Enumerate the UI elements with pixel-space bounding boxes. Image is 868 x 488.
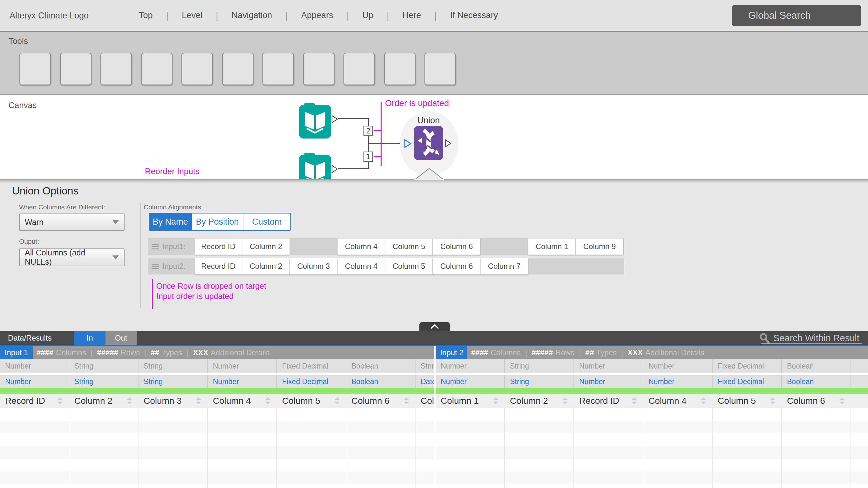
connection-order-badge-1[interactable]: 1 — [364, 152, 373, 162]
sort-icon[interactable] — [126, 396, 133, 405]
column-header[interactable]: Column 3 — [138, 394, 208, 408]
sort-icon[interactable] — [57, 396, 64, 405]
nav-item-appears[interactable]: Appears — [288, 10, 347, 20]
sort-icon[interactable] — [700, 396, 707, 405]
column-chip[interactable]: Column 5 — [385, 238, 433, 255]
column-header[interactable]: Column 5 — [277, 394, 346, 408]
column-chip[interactable]: Column 1 — [528, 238, 576, 255]
column-header[interactable]: Column 4 — [643, 394, 713, 408]
union-tool[interactable] — [414, 126, 443, 160]
column-header[interactable]: Column 6 — [346, 394, 415, 408]
type-select[interactable]: Number — [643, 375, 713, 388]
type-select[interactable]: Boolean — [782, 375, 851, 388]
column-chip[interactable]: Column 5 — [385, 258, 433, 274]
input2-badge[interactable]: Input 2 — [436, 346, 467, 359]
column-header[interactable]: Column 5 — [713, 394, 782, 408]
stat-label: Types — [162, 348, 182, 357]
nav-item-here[interactable]: Here — [389, 10, 435, 20]
alignment-row-input2[interactable]: Input2: Record ID Column 2 Column 3 Colu… — [148, 258, 624, 274]
tool-slot-8[interactable] — [303, 53, 335, 85]
sort-icon[interactable] — [492, 396, 499, 405]
tab-custom[interactable]: Custom — [243, 214, 290, 230]
tool-slot-5[interactable] — [181, 53, 213, 85]
search-within-results[interactable] — [760, 332, 862, 344]
column-header[interactable]: Record ID — [0, 394, 69, 408]
nav-item-navigation[interactable]: Navigation — [218, 10, 286, 20]
output-anchor-icon[interactable] — [331, 165, 338, 173]
global-search-input[interactable]: Global Search — [732, 5, 861, 26]
tool-slot-6[interactable] — [222, 53, 253, 85]
column-chip[interactable]: Column 3 — [290, 258, 337, 274]
type-select[interactable]: Number — [574, 375, 643, 388]
sort-icon[interactable] — [769, 396, 776, 405]
tool-slot-10[interactable] — [384, 53, 415, 85]
sort-icon[interactable] — [838, 396, 845, 405]
input-data-tool-1-icon[interactable] — [299, 103, 331, 139]
column-chip[interactable]: Column 2 — [242, 238, 290, 255]
sort-icon[interactable] — [264, 396, 271, 405]
tool-slot-2[interactable] — [60, 53, 92, 85]
sort-icon[interactable] — [561, 396, 568, 405]
type-select[interactable]: String — [69, 375, 138, 388]
column-chip[interactable]: Column 4 — [337, 258, 385, 274]
search-within-results-input[interactable] — [773, 333, 860, 344]
collapse-panel-button[interactable] — [420, 322, 450, 331]
column-chip[interactable]: Column 9 — [576, 238, 623, 255]
type-select[interactable]: Number — [0, 375, 69, 388]
output-anchor-icon[interactable] — [331, 115, 338, 123]
column-header[interactable]: Column 6 — [782, 394, 851, 408]
type-select[interactable]: Date — [415, 375, 434, 388]
column-chip[interactable]: Record ID — [194, 258, 242, 274]
column-header[interactable]: Column 7 — [415, 394, 434, 408]
nav-item-up[interactable]: Up — [349, 10, 387, 20]
union-output-anchor-icon[interactable] — [445, 139, 452, 147]
type-select[interactable]: Boolean — [346, 375, 415, 388]
tool-slot-3[interactable] — [100, 53, 132, 85]
type-select[interactable]: Fixed Decimal — [713, 375, 782, 388]
output-dropdown[interactable]: All Columns (add NULLs) — [19, 248, 125, 266]
tool-slot-9[interactable] — [343, 53, 375, 85]
column-chip[interactable]: Column 6 — [433, 238, 480, 255]
column-chip[interactable]: Record ID — [194, 238, 242, 255]
nav-item-top[interactable]: Top — [125, 10, 166, 20]
column-chip[interactable]: Column 2 — [242, 258, 290, 274]
union-input-anchor-icon[interactable] — [404, 139, 412, 148]
drag-handle-icon[interactable] — [152, 244, 159, 249]
panel-title: Union Options — [12, 185, 79, 197]
nav-item-level[interactable]: Level — [168, 10, 216, 20]
sort-icon[interactable] — [403, 396, 410, 405]
type-select[interactable]: String — [138, 375, 208, 388]
alignment-row-input1[interactable]: Input1: Record ID Column 2 Column 4 Colu… — [148, 238, 624, 255]
sort-icon[interactable] — [195, 396, 202, 405]
sort-icon[interactable] — [334, 396, 341, 405]
column-header[interactable]: Column 4 — [208, 394, 277, 408]
column-header[interactable]: Record ID — [574, 394, 643, 408]
tab-by-position[interactable]: By Position — [191, 214, 243, 230]
column-header[interactable]: Column 1 — [436, 394, 505, 408]
nav-item-if-necessary[interactable]: If Necessary — [437, 10, 511, 20]
type-select[interactable]: Number — [436, 375, 505, 388]
column-chip[interactable]: Column 6 — [433, 258, 480, 274]
column-chip[interactable]: Column 4 — [337, 238, 385, 255]
connection-order-badge-2[interactable]: 2 — [364, 126, 373, 136]
tab-in[interactable]: In — [74, 331, 105, 345]
workflow-canvas[interactable]: Canvas 2 1 Order is updated Reorder Inpu… — [0, 95, 868, 179]
column-chip[interactable]: Column 7 — [480, 258, 528, 274]
tool-slot-1[interactable] — [20, 53, 51, 85]
type-select[interactable]: String — [505, 375, 574, 388]
input1-data-grid[interactable] — [0, 408, 434, 488]
type-select[interactable]: Fixed Decimal — [277, 375, 346, 388]
when-columns-dropdown[interactable]: Warn — [19, 214, 125, 231]
tool-slot-7[interactable] — [262, 53, 294, 85]
sort-icon[interactable] — [631, 396, 638, 405]
drag-handle-icon[interactable] — [152, 264, 159, 269]
tool-slot-11[interactable] — [425, 53, 456, 85]
column-header[interactable]: Column 2 — [505, 394, 574, 408]
tab-out[interactable]: Out — [105, 331, 136, 345]
tab-by-name[interactable]: By Name — [149, 214, 191, 230]
input2-data-grid[interactable] — [436, 408, 868, 488]
input1-badge[interactable]: Input 1 — [0, 346, 33, 359]
column-header[interactable]: Column 2 — [69, 394, 138, 408]
type-select[interactable]: Number — [208, 375, 277, 388]
tool-slot-4[interactable] — [141, 53, 173, 85]
